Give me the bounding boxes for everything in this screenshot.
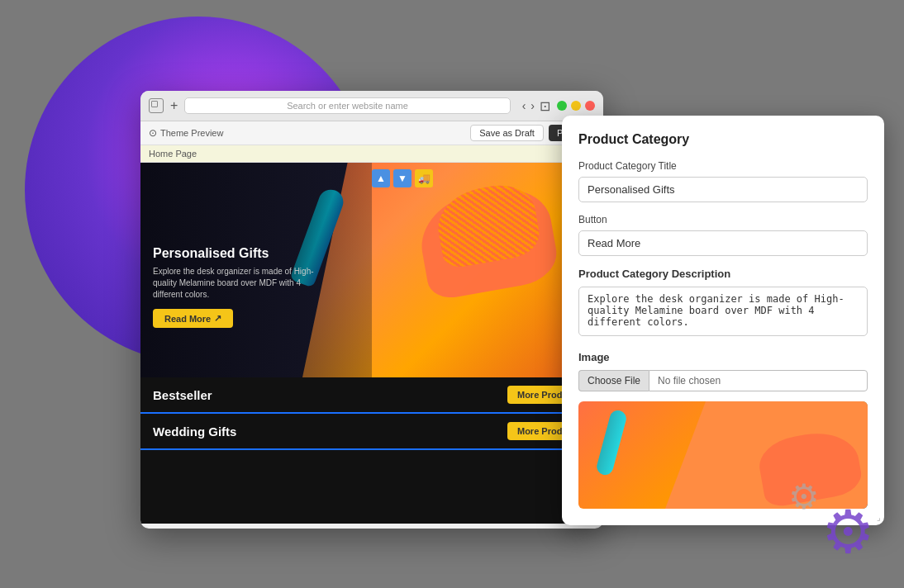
- browser-toolbar: ⊙ Theme Preview Save as Draft Publish: [140, 121, 603, 145]
- bestseller-title: Bestseller: [153, 388, 212, 402]
- light-green: [557, 101, 567, 111]
- browser-chrome: + Search or enter website name ‹ › ⊡: [140, 91, 603, 121]
- browser-tab: [149, 98, 164, 113]
- traffic-lights: [557, 101, 595, 111]
- category-title-input[interactable]: [578, 177, 868, 202]
- button-label-field-label: Button: [578, 214, 868, 225]
- hero-banner: ▲ ▼ 🚚 Personalised Gifts Explore the des…: [140, 163, 603, 377]
- product-image-area: [405, 175, 554, 340]
- hero-description: Explore the desk organizer is made of Hi…: [153, 266, 318, 301]
- category-title-label: Product Category Title: [578, 160, 868, 172]
- button-input[interactable]: [578, 230, 868, 256]
- file-name-display: No file chosen: [649, 370, 868, 391]
- light-yellow: [571, 101, 581, 111]
- product-category-panel: Product Category Product Category Title …: [562, 116, 884, 525]
- panel-title: Product Category: [578, 132, 868, 147]
- hero-read-more-button[interactable]: Read More ↗: [153, 309, 233, 328]
- browser-content: Home Page ▲ ▼ 🚚 Personalised Gifts E: [140, 145, 603, 524]
- light-red: [585, 101, 595, 111]
- add-tab-button[interactable]: +: [170, 98, 178, 113]
- choose-file-button[interactable]: Choose File: [578, 370, 649, 391]
- tab-icon: [149, 98, 164, 113]
- save-as-draft-button[interactable]: Save as Draft: [470, 125, 544, 141]
- nav-back-button[interactable]: ‹: [522, 99, 526, 112]
- hero-text-block: Personalised Gifts Explore the desk orga…: [153, 246, 318, 328]
- wedding-gifts-title: Wedding Gifts: [153, 424, 236, 439]
- gear-small-icon: ⚙: [788, 477, 830, 518]
- hero-title: Personalised Gifts: [153, 246, 318, 261]
- theme-icon: ⊙: [149, 127, 157, 139]
- preview-bottle: [595, 409, 628, 477]
- image-label: Image: [578, 351, 868, 363]
- nav-forward-button[interactable]: ›: [531, 99, 535, 112]
- image-field-row: Choose File No file chosen: [578, 370, 868, 391]
- description-textarea[interactable]: Explore the desk organizer is made of Hi…: [578, 287, 868, 336]
- arrow-icon: ↗: [214, 313, 221, 324]
- gear-large-icon: ⚙: [821, 497, 887, 563]
- layout-icon: ⊡: [540, 98, 550, 114]
- breadcrumb: Home Page: [140, 145, 603, 163]
- hero-controls: ▲ ▼ 🚚: [372, 169, 433, 187]
- bestseller-section: Bestseller More Products: [140, 377, 603, 414]
- browser-nav: ‹ › ⊡: [522, 98, 550, 114]
- hero-delivery-icon[interactable]: 🚚: [415, 169, 433, 187]
- description-label: Product Category Description: [578, 268, 868, 280]
- hero-up-button[interactable]: ▲: [372, 169, 390, 187]
- hero-down-button[interactable]: ▼: [393, 169, 412, 187]
- address-bar[interactable]: Search or enter website name: [184, 97, 510, 114]
- browser-window: + Search or enter website name ‹ › ⊡ ⊙ T…: [140, 91, 603, 529]
- theme-preview-label: ⊙ Theme Preview: [149, 127, 223, 139]
- wedding-gifts-section: Wedding Gifts More Products: [140, 414, 603, 450]
